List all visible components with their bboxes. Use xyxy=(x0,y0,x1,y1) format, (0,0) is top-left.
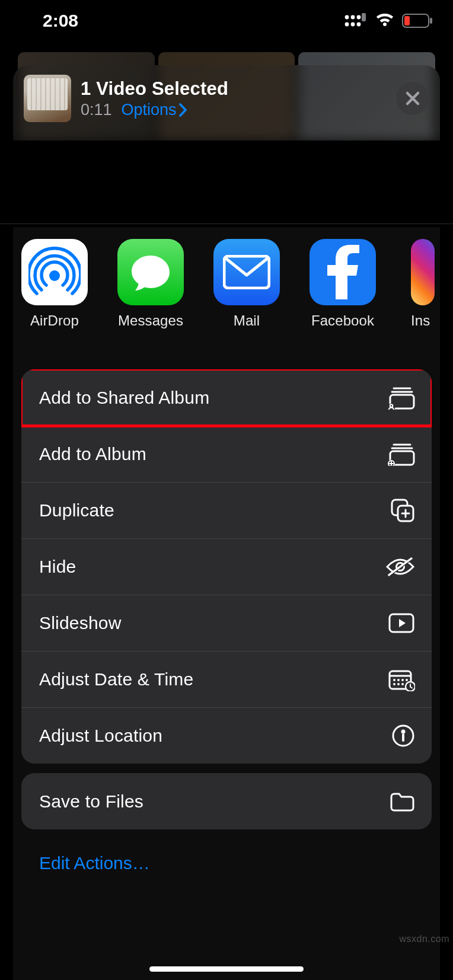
svg-rect-8 xyxy=(404,16,410,25)
svg-rect-3 xyxy=(362,13,366,21)
action-label: Add to Album xyxy=(39,444,146,464)
svg-rect-33 xyxy=(402,733,404,742)
svg-point-26 xyxy=(406,679,407,681)
svg-rect-9 xyxy=(430,18,432,24)
battery-low-icon xyxy=(402,14,433,28)
action-save-to-files[interactable]: Save to Files xyxy=(21,773,432,829)
svg-point-32 xyxy=(401,730,406,734)
action-duplicate[interactable]: Duplicate xyxy=(21,482,432,538)
status-icons xyxy=(344,13,433,28)
share-sheet: 1 Video Selected 0:11 Options xyxy=(13,65,440,980)
share-app-instagram[interactable]: Ins xyxy=(406,239,440,329)
action-slideshow[interactable]: Slideshow xyxy=(21,595,432,651)
chevron-right-icon xyxy=(179,103,188,117)
actions-group-files: Save to Files xyxy=(21,773,432,829)
status-time: 2:08 xyxy=(43,11,78,31)
status-bar: 2:08 xyxy=(0,0,453,42)
home-indicator[interactable] xyxy=(149,966,304,972)
svg-point-2 xyxy=(357,15,361,20)
action-label: Add to Shared Album xyxy=(39,388,209,408)
slideshow-icon xyxy=(388,612,415,634)
share-apps-row[interactable]: AirDrop Messages Mail Facebook xyxy=(13,239,440,329)
action-add-to-shared-album[interactable]: Add to Shared Album xyxy=(21,369,432,426)
options-link[interactable]: Options xyxy=(122,101,188,119)
share-title: 1 Video Selected xyxy=(81,78,396,100)
options-link-label: Options xyxy=(122,101,177,119)
dark-gap xyxy=(0,141,453,227)
actions-container: Add to Shared Album Add to Album Duplica… xyxy=(21,369,432,873)
share-app-label: Mail xyxy=(234,312,260,329)
share-header-text: 1 Video Selected 0:11 Options xyxy=(81,78,396,119)
svg-point-5 xyxy=(351,23,355,27)
watermark-text: wsxdn.com xyxy=(399,934,449,944)
action-label: Adjust Date & Time xyxy=(39,669,193,689)
action-label: Slideshow xyxy=(39,613,122,633)
share-app-label: Messages xyxy=(118,312,183,329)
airdrop-icon xyxy=(21,239,88,305)
svg-point-24 xyxy=(398,679,399,681)
cellular-icon xyxy=(344,13,368,28)
action-label: Save to Files xyxy=(39,791,143,812)
svg-point-23 xyxy=(394,679,395,681)
calendar-clock-icon xyxy=(388,668,415,691)
action-label: Adjust Location xyxy=(39,726,162,746)
wifi-icon xyxy=(375,13,395,28)
action-hide[interactable]: Hide xyxy=(21,538,432,595)
svg-point-28 xyxy=(398,684,399,685)
screen: 2:08 1 Video Selected 0:11 Options xyxy=(0,0,453,980)
video-duration: 0:11 xyxy=(81,101,112,119)
folder-icon xyxy=(389,791,415,812)
action-label: Duplicate xyxy=(39,500,114,521)
action-adjust-location[interactable]: Adjust Location xyxy=(21,707,432,764)
share-subheader: 0:11 Options xyxy=(81,101,396,119)
hide-icon xyxy=(385,556,415,577)
location-icon xyxy=(391,724,415,748)
thin-separator xyxy=(0,224,453,224)
close-button[interactable] xyxy=(396,82,429,115)
share-app-messages[interactable]: Messages xyxy=(117,239,184,329)
shared-album-icon xyxy=(388,386,415,410)
edit-actions-link[interactable]: Edit Actions… xyxy=(21,853,432,873)
svg-point-29 xyxy=(402,684,403,685)
svg-point-4 xyxy=(345,23,349,27)
action-add-to-album[interactable]: Add to Album xyxy=(21,426,432,482)
share-header: 1 Video Selected 0:11 Options xyxy=(13,65,440,130)
svg-point-27 xyxy=(394,684,395,685)
actions-group-main: Add to Shared Album Add to Album Duplica… xyxy=(21,369,432,764)
share-app-facebook[interactable]: Facebook xyxy=(310,239,376,329)
share-app-label: AirDrop xyxy=(30,312,79,329)
instagram-icon xyxy=(411,239,435,305)
svg-point-6 xyxy=(357,23,361,27)
duplicate-icon xyxy=(390,498,415,523)
share-app-label: Facebook xyxy=(311,312,374,329)
svg-point-10 xyxy=(49,270,60,281)
svg-point-0 xyxy=(345,15,349,20)
add-album-icon xyxy=(388,442,415,466)
svg-point-25 xyxy=(402,679,403,681)
selection-thumbnail xyxy=(24,75,71,122)
svg-point-1 xyxy=(351,15,355,20)
share-app-label: Ins xyxy=(411,312,435,329)
action-adjust-date-time[interactable]: Adjust Date & Time xyxy=(21,651,432,707)
action-label: Hide xyxy=(39,557,76,577)
facebook-icon xyxy=(310,239,376,305)
close-icon xyxy=(405,91,420,106)
mail-icon xyxy=(213,239,280,305)
share-app-airdrop[interactable]: AirDrop xyxy=(21,239,88,329)
messages-icon xyxy=(117,239,184,305)
share-app-mail[interactable]: Mail xyxy=(213,239,280,329)
